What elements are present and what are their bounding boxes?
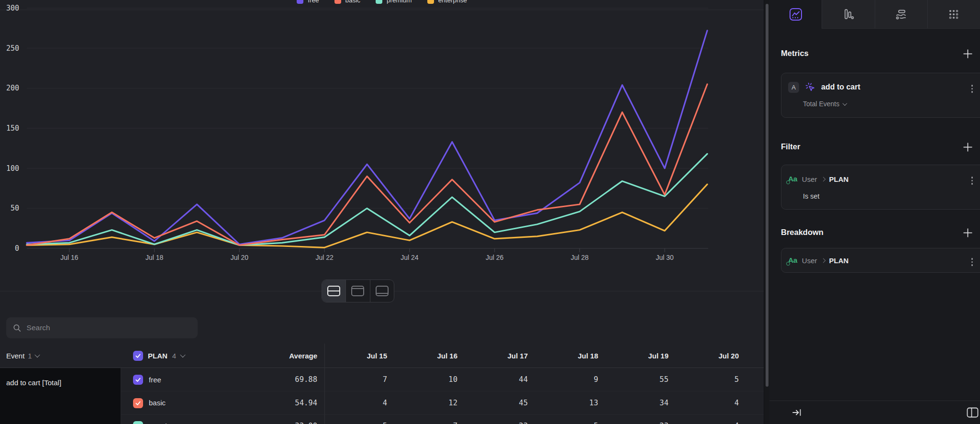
- collapse-panel-button[interactable]: [791, 407, 802, 420]
- tab-bar-chart[interactable]: [822, 0, 874, 29]
- breakdown-entity: User: [802, 257, 817, 265]
- date-column-header[interactable]: Jul 20: [676, 344, 746, 368]
- columns-panel-icon: [967, 407, 979, 418]
- series-line-free[interactable]: [27, 31, 707, 245]
- plan-column-header[interactable]: PLAN 4: [133, 344, 185, 368]
- cell-value: 4: [676, 414, 746, 424]
- event-header-label: Event: [6, 352, 24, 360]
- cell-value: 4: [324, 391, 395, 414]
- filter-options-kebab[interactable]: [969, 175, 975, 187]
- tab-more-chart-types[interactable]: [927, 0, 980, 29]
- add-breakdown-button[interactable]: [962, 227, 973, 238]
- split-equal-view-icon: [327, 286, 340, 296]
- chart-type-tabbar: [769, 0, 980, 29]
- chevron-down-icon: [180, 352, 186, 357]
- table-header-row: Event 1 PLAN 4 Average Jul 15Jul 16Jul 1…: [0, 344, 764, 368]
- filter-entity: User: [802, 175, 817, 183]
- plus-icon: [963, 49, 973, 59]
- cell-value: 34: [606, 391, 676, 414]
- x-axis-tick-label: Jul 26: [486, 254, 504, 261]
- add-filter-button[interactable]: [962, 141, 973, 153]
- event-count: 1: [28, 352, 32, 360]
- filter-condition[interactable]: Is set: [803, 192, 820, 200]
- layout-button-table-emphasis-view[interactable]: [370, 280, 394, 302]
- side-panel-layout-button[interactable]: [967, 407, 979, 420]
- chevron-down-icon: [843, 101, 847, 106]
- average-value: 54.94: [229, 391, 317, 414]
- row-values: 710449555: [324, 368, 746, 391]
- plus-icon: [963, 228, 973, 238]
- x-axis-tick-label: Jul 22: [315, 254, 334, 261]
- segment-name: premium: [149, 414, 177, 424]
- cell-value: 13: [535, 391, 606, 414]
- plan-select-all-checkbox[interactable]: [133, 351, 143, 361]
- text-property-icon: Aa: [788, 257, 797, 264]
- x-axis-tick-label: Jul 30: [656, 254, 674, 261]
- plan-header-label: PLAN: [148, 352, 167, 360]
- cell-value: 23: [465, 414, 535, 424]
- breakdown-card[interactable]: Aa User PLAN: [781, 248, 980, 273]
- cell-value: 4: [676, 391, 746, 414]
- row-checkbox-free[interactable]: [133, 375, 143, 385]
- layout-button-split-equal-view[interactable]: [322, 280, 345, 302]
- date-column-header[interactable]: Jul 15: [324, 344, 395, 368]
- x-axis-tick-label: Jul 28: [571, 254, 589, 261]
- scrollbar-thumb[interactable]: [766, 4, 768, 387]
- filter-card[interactable]: Aa User PLAN Is set: [781, 165, 980, 210]
- y-axis-tick-label: 150: [6, 124, 19, 133]
- series-line-premium[interactable]: [27, 154, 707, 245]
- line-chart-icon: [789, 8, 802, 21]
- stacked-flow-icon: [894, 8, 908, 21]
- cell-value: 9: [535, 368, 606, 391]
- plan-count: 4: [172, 352, 176, 360]
- x-axis-tick-label: Jul 16: [60, 254, 78, 261]
- search-input[interactable]: [27, 324, 191, 332]
- table-freeze-divider: [324, 344, 325, 424]
- row-checkbox-basic[interactable]: [133, 398, 143, 408]
- insights-report-app: freebasicpremiumenterprise 0501001502002…: [0, 0, 980, 424]
- metric-options-kebab[interactable]: [969, 83, 975, 95]
- row-values: 57235234: [324, 414, 746, 424]
- date-column-header[interactable]: Jul 16: [395, 344, 465, 368]
- line-chart-plot[interactable]: 050100150200250300Jul 16Jul 18Jul 20Jul …: [0, 0, 764, 297]
- average-column-header[interactable]: Average: [229, 344, 317, 368]
- tab-line-chart[interactable]: [769, 0, 822, 29]
- event-total-cell[interactable]: add to cart [Total]: [0, 368, 121, 424]
- y-axis-tick-label: 250: [6, 44, 19, 53]
- date-column-header[interactable]: Jul 17: [465, 344, 535, 368]
- date-column-header[interactable]: Jul 18: [535, 344, 606, 368]
- y-axis-tick-label: 300: [6, 4, 19, 12]
- event-column-header[interactable]: Event 1: [6, 344, 39, 368]
- filter-section-title: Filter: [781, 142, 800, 151]
- segment-name: free: [149, 368, 161, 391]
- cell-value: 7: [395, 414, 465, 424]
- average-value: 33.00: [229, 414, 317, 424]
- cell-value: 5: [324, 414, 395, 424]
- add-metric-button[interactable]: [962, 48, 973, 59]
- dots-grid-icon: [947, 8, 960, 21]
- layout-button-chart-emphasis-view[interactable]: [345, 280, 369, 302]
- search-icon: [13, 324, 22, 333]
- cell-value: 55: [606, 368, 676, 391]
- breakdown-options-kebab[interactable]: [969, 256, 975, 268]
- cell-value: 7: [324, 368, 395, 391]
- tab-stacked-chart[interactable]: [875, 0, 927, 29]
- y-axis-tick-label: 50: [11, 204, 19, 212]
- x-axis-tick-label: Jul 24: [401, 254, 419, 261]
- chevron-right-icon: [821, 258, 825, 263]
- date-column-header[interactable]: Jul 19: [606, 344, 676, 368]
- row-checkbox-premium[interactable]: [133, 421, 143, 424]
- layout-toggle-group: [322, 279, 394, 302]
- click-event-icon: [805, 82, 815, 92]
- metric-card[interactable]: A add to cart Total Events: [781, 73, 980, 118]
- cell-value: 12: [395, 391, 465, 414]
- row-values: 4124513344: [324, 391, 746, 414]
- bar-chart-icon: [842, 8, 855, 21]
- aggregation-dropdown[interactable]: Total Events: [803, 100, 846, 108]
- x-axis-tick-label: Jul 18: [145, 254, 164, 261]
- vertical-scrollbar: [764, 0, 769, 424]
- y-axis-tick-label: 100: [6, 164, 19, 173]
- segment-name: basic: [149, 391, 166, 414]
- table-search: [6, 317, 198, 338]
- panel-bottom-bar: [769, 401, 980, 424]
